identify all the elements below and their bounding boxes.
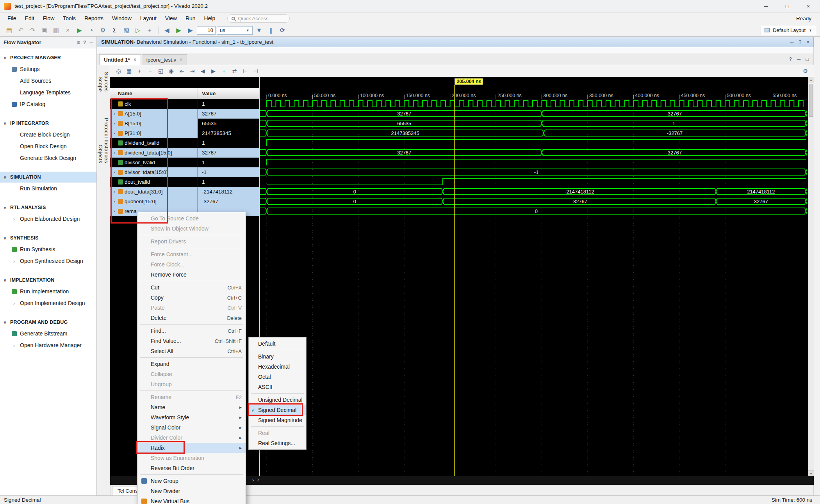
help-icon[interactable]: ? bbox=[799, 39, 801, 45]
side-tab-protocol-instances[interactable]: Protocol Instances bbox=[103, 114, 109, 167]
flow-item-generate-block-design[interactable]: Generate Block Design bbox=[0, 152, 96, 164]
radix-option-signed-magnitude[interactable]: Signed Magnitude bbox=[249, 415, 306, 425]
zoom-out-icon[interactable]: − bbox=[145, 67, 155, 75]
run-all-icon[interactable]: ▶ bbox=[173, 26, 184, 35]
expand-chevron-icon[interactable]: › bbox=[112, 151, 116, 155]
flow-item-run-synthesis[interactable]: Run Synthesis bbox=[0, 243, 96, 255]
menu-icon[interactable]: ≡ bbox=[77, 40, 80, 45]
flow-section-synthesis[interactable]: ∨SYNTHESIS bbox=[0, 232, 96, 243]
expand-chevron-icon[interactable]: › bbox=[112, 170, 116, 174]
menu-item-signal-color[interactable]: Signal Color▸ bbox=[137, 422, 246, 433]
signal-name-cell[interactable]: ›divisor_tdata[15:0] bbox=[110, 167, 198, 177]
collapse-icon[interactable]: ─ bbox=[89, 40, 93, 45]
help-icon[interactable]: ? bbox=[83, 40, 86, 45]
signal-value-cell[interactable]: -2147418112 bbox=[198, 187, 259, 197]
signal-name-cell[interactable]: divisor_tvalid bbox=[110, 158, 198, 167]
expand-chevron-icon[interactable]: › bbox=[112, 112, 116, 116]
expand-chevron-icon[interactable]: › bbox=[112, 121, 116, 126]
signal-row-divisor-tdata-15-0[interactable]: ›divisor_tdata[15:0]-1 bbox=[110, 167, 259, 177]
signal-name-cell[interactable]: dout_tvalid bbox=[110, 177, 198, 187]
menu-window[interactable]: Window bbox=[108, 14, 136, 23]
signal-name-cell[interactable]: ›P[31:0] bbox=[110, 128, 198, 138]
layout-select[interactable]: Default Layout ▼ bbox=[761, 26, 816, 35]
dashboard-icon[interactable]: ◔ bbox=[86, 26, 96, 35]
side-tab-scope[interactable]: Scope bbox=[98, 73, 103, 95]
menu-item-find[interactable]: Find...Ctrl+F bbox=[137, 326, 246, 336]
menu-item-radix[interactable]: Radix▸ bbox=[137, 443, 246, 453]
flow-section-implementation[interactable]: ∨IMPLEMENTATION bbox=[0, 275, 96, 286]
swap-cursor-icon[interactable]: ⇄ bbox=[230, 67, 239, 75]
signal-value-cell[interactable]: 1 bbox=[198, 99, 259, 109]
signal-name-cell[interactable]: ›B[15:0] bbox=[110, 119, 198, 128]
signal-row-quotient-15-0[interactable]: ›quotient[15:0]-32767 bbox=[110, 197, 259, 206]
flow-section-program-and-debug[interactable]: ∨PROGRAM AND DEBUG bbox=[0, 317, 96, 328]
radix-option-real-settings[interactable]: Real Settings... bbox=[249, 438, 306, 448]
menu-help[interactable]: Help bbox=[200, 14, 220, 23]
signal-row-dividend-tdata-15-0[interactable]: ›dividend_tdata[15:0]32767 bbox=[110, 148, 259, 158]
quick-access-search[interactable]: Quick Access bbox=[227, 14, 290, 23]
radix-option-octal[interactable]: Octal bbox=[249, 372, 306, 382]
previous-transition-icon[interactable]: ◀ bbox=[198, 67, 208, 75]
menu-edit[interactable]: Edit bbox=[21, 14, 39, 23]
zoom-to-cursor-icon[interactable]: ◉ bbox=[166, 67, 176, 75]
menu-run[interactable]: Run bbox=[181, 14, 200, 23]
open-project-icon[interactable]: ▤ bbox=[4, 26, 14, 35]
help-icon[interactable]: ? bbox=[789, 56, 792, 62]
redo-icon[interactable]: ↷ bbox=[27, 26, 38, 35]
search-icon[interactable]: ◎ bbox=[114, 67, 123, 75]
flow-item-generate-bitstream[interactable]: Generate Bitstream bbox=[0, 328, 96, 339]
menu-item-new-virtual-bus[interactable]: New Virtual Bus bbox=[137, 496, 246, 504]
menu-item-new-divider[interactable]: New Divider bbox=[137, 486, 246, 496]
radix-option-hexadecimal[interactable]: Hexadecimal bbox=[249, 362, 306, 372]
menu-item-new-group[interactable]: New Group bbox=[137, 476, 246, 486]
tab-untitled-1[interactable]: Untitled 1*× bbox=[99, 54, 141, 65]
signal-name-cell[interactable]: dividend_tvalid bbox=[110, 138, 198, 148]
float-icon[interactable]: ─ bbox=[797, 56, 800, 62]
flow-item-run-implementation[interactable]: Run Implementation bbox=[0, 286, 96, 297]
signal-name-cell[interactable]: ›dout_tdata[31:0] bbox=[110, 187, 198, 197]
minimize-button[interactable]: ─ bbox=[758, 2, 774, 11]
signal-name-cell[interactable]: ›dividend_tdata[15:0] bbox=[110, 148, 198, 158]
name-column-header[interactable]: Name bbox=[110, 91, 198, 96]
expand-chevron-icon[interactable]: › bbox=[112, 131, 116, 135]
flow-item-create-block-design[interactable]: Create Block Design bbox=[0, 129, 96, 140]
add-marker-icon[interactable]: + bbox=[219, 67, 229, 75]
vertical-scrollbar[interactable]: ▲ ▼ bbox=[808, 77, 814, 476]
next-transition-icon[interactable]: ▶ bbox=[209, 67, 218, 75]
signal-name-cell[interactable]: clk bbox=[110, 99, 198, 109]
flow-item-ip-catalog[interactable]: IP Catalog bbox=[0, 98, 96, 110]
settings-gear-icon[interactable]: ⚙ bbox=[800, 67, 810, 75]
relaunch-icon[interactable]: ⟳ bbox=[277, 26, 288, 35]
flow-item-open-synthesized-design[interactable]: ›Open Synthesized Design bbox=[0, 255, 96, 267]
menu-item-name[interactable]: Name▸ bbox=[137, 402, 246, 412]
signal-row-a-15-0[interactable]: ›A[15:0]32767 bbox=[110, 109, 259, 119]
close-tab-icon[interactable]: × bbox=[180, 57, 182, 62]
menu-file[interactable]: File bbox=[3, 14, 21, 23]
radix-option-unsigned-decimal[interactable]: Unsigned Decimal bbox=[249, 395, 306, 405]
flow-item-run-simulation[interactable]: Run Simulation bbox=[0, 183, 96, 194]
pause-icon[interactable]: ∥ bbox=[266, 26, 276, 35]
signal-value-cell[interactable]: 65535 bbox=[198, 119, 259, 128]
menu-layout[interactable]: Layout bbox=[136, 14, 161, 23]
snap-right-icon[interactable]: ⊣ bbox=[251, 67, 260, 75]
maximize-button[interactable]: □ bbox=[779, 2, 795, 11]
flow-item-add-sources[interactable]: Add Sources bbox=[0, 75, 96, 87]
delete-icon[interactable]: × bbox=[62, 26, 73, 35]
waveform-canvas[interactable]: 0.000 ns50.000 ns100.000 ns150.000 ns200… bbox=[259, 77, 814, 476]
signal-row-divisor-tvalid[interactable]: divisor_tvalid1 bbox=[110, 158, 259, 167]
restart-icon[interactable]: ◀ bbox=[162, 26, 172, 35]
value-column-header[interactable]: Value bbox=[198, 88, 259, 99]
signal-value-cell[interactable]: 2147385345 bbox=[198, 128, 259, 138]
menu-item-copy[interactable]: CopyCtrl+C bbox=[137, 293, 246, 303]
run-for-icon[interactable]: ▼ bbox=[254, 26, 264, 35]
radix-option-binary[interactable]: Binary bbox=[249, 351, 306, 362]
report-icon[interactable]: ▧ bbox=[121, 26, 132, 35]
zoom-in-icon[interactable]: + bbox=[135, 67, 144, 75]
signal-row-b-15-0[interactable]: ›B[15:0]65535 bbox=[110, 119, 259, 128]
flow-item-language-templates[interactable]: Language Templates bbox=[0, 87, 96, 98]
signal-value-cell[interactable]: 1 bbox=[198, 177, 259, 187]
time-unit-select[interactable]: us ▼ bbox=[217, 26, 253, 35]
scroll-down-icon[interactable]: ▼ bbox=[808, 470, 814, 476]
splitter-collapse-icon[interactable]: ‹ bbox=[257, 477, 259, 483]
go-to-end-icon[interactable]: ⇥ bbox=[187, 67, 197, 75]
